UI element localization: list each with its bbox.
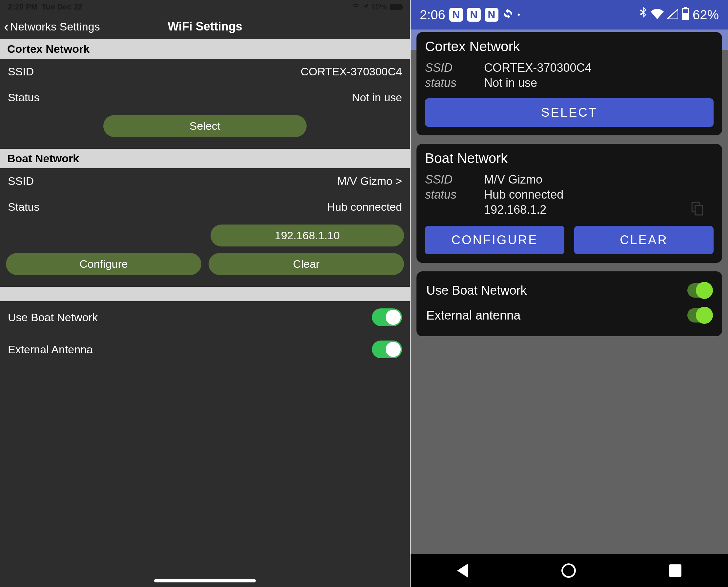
toggles-section: Use Boat Network External Antenna xyxy=(0,301,410,375)
wifi-icon xyxy=(651,7,664,22)
cortex-status-value: Not in use xyxy=(484,76,537,90)
back-button[interactable]: ‹ Networks Settings xyxy=(4,19,100,34)
use-boat-network-switch[interactable] xyxy=(372,308,402,326)
ios-status-time: 2:20 PM xyxy=(8,2,38,11)
boat-ssid-value: M/V Gizmo > xyxy=(337,175,402,187)
boat-card: Boat Network SSID M/V Gizmo status Hub c… xyxy=(416,144,722,263)
wifi-icon xyxy=(351,2,360,11)
boat-ssid-row: SSID M/V Gizmo xyxy=(425,172,713,187)
boat-ip-value: 192.168.1.2 xyxy=(484,202,713,217)
use-boat-network-row: Use Boat Network xyxy=(0,301,410,333)
boat-ip-button[interactable]: 192.168.1.10 xyxy=(210,225,404,246)
cortex-section-header: Cortex Network xyxy=(0,39,410,59)
svg-rect-2 xyxy=(682,13,688,19)
boat-clear-button[interactable]: CLEAR xyxy=(574,226,713,254)
app-notif-icon: N xyxy=(467,8,481,22)
boat-clear-button[interactable]: Clear xyxy=(209,253,404,275)
use-boat-network-label: Use Boat Network xyxy=(8,311,98,324)
battery-icon xyxy=(390,4,402,10)
android-navbar xyxy=(411,554,728,587)
app-notif-icon: N xyxy=(485,8,498,22)
android-screen: 2:06 N N N • 62% xyxy=(410,0,728,587)
bluetooth-icon xyxy=(639,7,647,23)
cortex-ssid-row: SSID CORTEX-370300C4 xyxy=(0,59,410,85)
boat-section-header: Boat Network xyxy=(0,149,410,168)
ios-navbar: ‹ Networks Settings WiFi Settings xyxy=(0,14,410,39)
nav-back-button[interactable] xyxy=(457,563,468,578)
svg-rect-4 xyxy=(695,206,702,215)
battery-icon xyxy=(681,7,689,23)
cortex-select-button[interactable]: SELECT xyxy=(425,98,713,127)
boat-status-value: Hub connected xyxy=(484,188,563,202)
boat-ssid-value: M/V Gizmo xyxy=(484,173,542,187)
cortex-select-button[interactable]: Select xyxy=(103,115,306,137)
cortex-status-label: status xyxy=(425,76,474,90)
back-label: Networks Settings xyxy=(10,20,100,33)
external-antenna-row: External antenna xyxy=(425,303,713,328)
sync-icon xyxy=(502,7,514,22)
cortex-ssid-row: SSID CORTEX-370300C4 xyxy=(425,60,713,75)
app-notif-icon: N xyxy=(449,8,463,22)
nav-recents-button[interactable] xyxy=(669,564,681,577)
external-antenna-row: External Antenna xyxy=(0,333,410,366)
cortex-status-row: Status Not in use xyxy=(0,85,410,111)
cortex-card: Cortex Network SSID CORTEX-370300C4 stat… xyxy=(416,32,722,135)
cortex-ssid-label: SSID xyxy=(425,61,474,75)
ios-battery-pct: 99% xyxy=(371,2,387,11)
boat-status-label: status xyxy=(425,188,474,202)
cortex-status-value: Not in use xyxy=(352,91,402,104)
section-divider xyxy=(0,287,410,301)
boat-ssid-label: SSID xyxy=(8,175,34,187)
nav-home-button[interactable] xyxy=(562,563,576,578)
use-boat-network-label: Use Boat Network xyxy=(426,283,527,298)
android-status-time: 2:06 xyxy=(420,7,445,22)
external-antenna-switch[interactable] xyxy=(372,341,402,358)
use-boat-network-row: Use Boat Network xyxy=(425,278,713,303)
cortex-card-title: Cortex Network xyxy=(425,39,713,54)
android-statusbar: 2:06 N N N • 62% xyxy=(411,0,728,29)
cortex-ssid-value: CORTEX-370300C4 xyxy=(484,61,592,75)
cortex-status-row: status Not in use xyxy=(425,75,713,91)
signal-icon xyxy=(667,7,678,22)
boat-status-value: Hub connected xyxy=(327,201,402,213)
ios-screen: 2:20 PM Tue Dec 22 99% ‹ Networks Settin… xyxy=(0,0,410,587)
cortex-section: SSID CORTEX-370300C4 Status Not in use S… xyxy=(0,59,410,149)
cortex-ssid-value: CORTEX-370300C4 xyxy=(301,65,402,78)
location-icon xyxy=(363,2,369,11)
android-battery-pct: 62% xyxy=(692,7,719,22)
ios-statusbar: 2:20 PM Tue Dec 22 99% xyxy=(0,0,410,14)
external-antenna-switch[interactable] xyxy=(687,308,712,323)
dot-icon: • xyxy=(518,10,520,19)
external-antenna-label: External Antenna xyxy=(8,343,93,356)
boat-status-row: Status Hub connected xyxy=(0,194,410,220)
ios-status-date: Tue Dec 22 xyxy=(42,2,83,11)
boat-ssid-label: SSID xyxy=(425,173,474,187)
use-boat-network-switch[interactable] xyxy=(687,283,712,298)
cortex-status-label: Status xyxy=(8,91,39,104)
boat-status-row: status Hub connected xyxy=(425,187,713,202)
copy-icon[interactable] xyxy=(690,202,704,217)
boat-configure-button[interactable]: Configure xyxy=(6,253,201,275)
boat-section: SSID M/V Gizmo > Status Hub connected 19… xyxy=(0,168,410,287)
boat-ssid-row[interactable]: SSID M/V Gizmo > xyxy=(0,168,410,194)
boat-status-label: Status xyxy=(8,201,39,213)
home-indicator[interactable] xyxy=(154,579,256,582)
chevron-left-icon: ‹ xyxy=(4,19,9,34)
external-antenna-label: External antenna xyxy=(426,308,520,323)
boat-configure-button[interactable]: CONFIGURE xyxy=(425,226,564,254)
boat-card-title: Boat Network xyxy=(425,150,713,166)
toggles-card: Use Boat Network External antenna xyxy=(416,272,722,336)
cortex-ssid-label: SSID xyxy=(8,65,34,78)
